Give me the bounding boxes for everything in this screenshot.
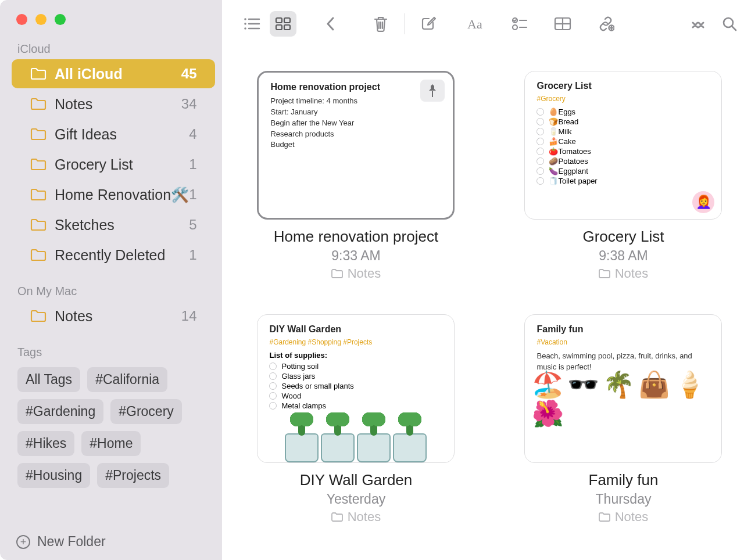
tag-chip[interactable]: #Hikes: [17, 431, 74, 456]
todo-item: 🍞Bread: [536, 117, 710, 126]
section-header-tags: Tags: [0, 342, 222, 362]
note-folder: Notes: [331, 266, 381, 281]
more-button[interactable]: [685, 11, 711, 37]
folder-item[interactable]: All iCloud45: [12, 59, 215, 88]
note-card-tags: #Vacation: [536, 338, 710, 346]
folder-label: Sketches: [55, 217, 189, 234]
back-button[interactable]: [317, 11, 344, 37]
note-card-tags: #Gardening #Shopping #Projects: [269, 338, 442, 346]
fullscreen-window-button[interactable]: [55, 14, 66, 25]
note-card[interactable]: Grocery List#Grocery🥚Eggs🍞Bread🥛Milk🍰Cak…: [524, 71, 722, 220]
folder-label: Gift Ideas: [55, 126, 189, 143]
tag-chip[interactable]: #Home: [81, 431, 141, 456]
new-folder-button[interactable]: + New Folder: [0, 526, 222, 560]
todo-item: 🥛Milk: [536, 127, 710, 136]
plus-circle-icon: +: [16, 535, 30, 549]
list-view-button[interactable]: [238, 11, 265, 37]
todo-circle-icon: [269, 362, 277, 370]
todo-item: 🥚Eggs: [536, 107, 710, 116]
todo-list: Potting soilGlass jarsSeeds or small pla…: [269, 362, 442, 410]
format-button[interactable]: Aa: [463, 11, 490, 37]
svg-point-4: [245, 27, 247, 30]
todo-item: 🍆Eggplant: [536, 167, 710, 175]
folder-label: All iCloud: [55, 66, 181, 82]
search-button[interactable]: [716, 11, 743, 37]
note-cell: Home renovation projectProject timeline:…: [257, 71, 455, 293]
todo-item: 🧻Toilet paper: [536, 177, 710, 185]
tag-chip[interactable]: #Gardening: [17, 399, 103, 424]
svg-rect-6: [276, 18, 282, 23]
note-card-title: DIY Wall Garden: [269, 324, 442, 335]
note-title: DIY Wall Garden: [300, 471, 413, 489]
note-folder: Notes: [331, 509, 381, 525]
window-controls: [0, 14, 222, 39]
sidebar: iCloud All iCloud45Notes34Gift Ideas4Gro…: [0, 0, 222, 560]
compose-button[interactable]: [416, 11, 442, 37]
folder-item[interactable]: Sketches5: [12, 210, 215, 239]
minimize-window-button[interactable]: [35, 14, 46, 25]
folder-item[interactable]: Gift Ideas4: [12, 120, 215, 149]
pin-button[interactable]: [420, 80, 445, 102]
svg-rect-7: [284, 18, 290, 23]
folder-label: Recently Deleted: [55, 247, 189, 264]
svg-rect-8: [276, 25, 282, 30]
todo-item: Seeds or small plants: [269, 382, 442, 390]
folder-count: 1: [189, 186, 196, 203]
delete-button[interactable]: [367, 11, 394, 37]
gallery-view-button[interactable]: [270, 11, 296, 37]
svg-point-13: [513, 25, 517, 30]
new-folder-label: New Folder: [37, 534, 106, 550]
todo-item: Potting soil: [269, 362, 442, 371]
folder-label: Grocery List: [55, 156, 189, 173]
tag-chip[interactable]: #California: [87, 367, 167, 392]
note-card[interactable]: Family fun#VacationBeach, swimming pool,…: [524, 314, 722, 463]
close-window-button[interactable]: [16, 14, 27, 25]
note-card[interactable]: Home renovation projectProject timeline:…: [257, 71, 455, 220]
note-time: 9:33 AM: [331, 248, 380, 264]
note-card-body: Project timeline: 4 monthsStart: January…: [270, 96, 441, 150]
todo-circle-icon: [269, 382, 277, 390]
folder-icon: [331, 512, 343, 522]
folder-label: Notes: [55, 308, 181, 325]
todo-circle-icon: [536, 157, 544, 165]
folder-item[interactable]: Notes34: [12, 89, 215, 119]
link-button[interactable]: [592, 11, 619, 37]
folder-item[interactable]: Recently Deleted1: [12, 240, 215, 270]
note-card-title: Grocery List: [536, 81, 710, 91]
tag-chip[interactable]: #Grocery: [110, 399, 182, 424]
folder-count: 34: [181, 96, 197, 112]
folder-icon: [30, 218, 46, 231]
folder-count: 14: [181, 308, 197, 324]
note-card[interactable]: DIY Wall Garden#Gardening #Shopping #Pro…: [257, 314, 455, 463]
folder-label: Notes: [55, 96, 181, 113]
folder-icon: [30, 128, 46, 141]
note-cell: Family fun#VacationBeach, swimming pool,…: [524, 314, 722, 537]
todo-item: 🍅Tomatoes: [536, 147, 710, 156]
todo-list: 🥚Eggs🍞Bread🥛Milk🍰Cake🍅Tomatoes🥔Potatoes🍆…: [536, 107, 710, 185]
note-card-title: Family fun: [536, 324, 710, 335]
folder-item[interactable]: Grocery List1: [12, 150, 215, 179]
svg-line-20: [732, 26, 736, 30]
todo-circle-icon: [269, 372, 277, 380]
folder-icon: [331, 269, 343, 278]
checklist-button[interactable]: [506, 11, 533, 37]
todo-circle-icon: [536, 138, 544, 145]
todo-circle-icon: [269, 402, 277, 410]
tag-chip[interactable]: All Tags: [17, 367, 80, 392]
todo-circle-icon: [536, 118, 544, 125]
table-button[interactable]: [549, 11, 576, 37]
folder-item[interactable]: Notes14: [12, 301, 215, 331]
note-card-tags: #Grocery: [536, 95, 710, 103]
todo-circle-icon: [269, 392, 277, 400]
todo-circle-icon: [536, 128, 544, 135]
folder-icon: [30, 158, 46, 171]
note-card-subhead: List of supplies:: [269, 351, 442, 360]
tag-chip[interactable]: #Housing: [17, 463, 90, 488]
tag-chip[interactable]: #Projects: [97, 463, 169, 488]
todo-circle-icon: [536, 177, 544, 185]
todo-circle-icon: [536, 148, 544, 155]
main-area: Aa Home renovation projectProject timeli…: [222, 0, 744, 560]
note-folder: Notes: [599, 509, 648, 525]
folder-item[interactable]: Home Renovation🛠️1: [12, 180, 215, 209]
note-cell: DIY Wall Garden#Gardening #Shopping #Pro…: [257, 314, 455, 537]
